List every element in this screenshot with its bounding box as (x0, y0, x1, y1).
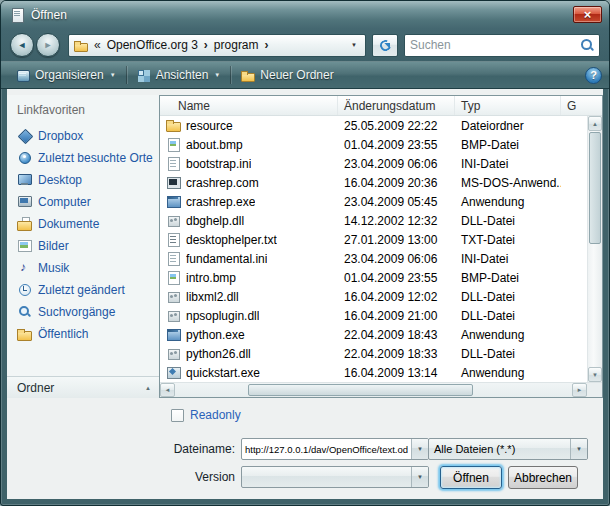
column-header-type[interactable]: Typ (455, 96, 561, 115)
close-button[interactable]: × (573, 6, 602, 23)
cancel-button[interactable]: Abbrechen (508, 466, 578, 489)
file-name: bootstrap.ini (186, 157, 251, 171)
new-folder-button[interactable]: Neuer Ordner (233, 64, 341, 86)
file-type-icon (166, 289, 181, 304)
vertical-scrollbar[interactable]: ▲ ▼ (587, 116, 602, 382)
breadcrumb-item[interactable]: OpenOffice.org 3 (104, 38, 201, 52)
file-row[interactable]: libxml2.dll 16.04.2009 12:02 DLL-Datei (160, 287, 587, 306)
scroll-up-button[interactable]: ▲ (588, 116, 602, 131)
breadcrumb-separator-icon[interactable]: › (201, 38, 211, 52)
sidebar-item-label: Musik (38, 261, 69, 275)
filename-dropdown-button[interactable]: ▼ (411, 439, 428, 459)
readonly-checkbox[interactable] (171, 409, 184, 422)
organize-button[interactable]: Organisieren ▼ (8, 64, 124, 86)
file-row[interactable]: quickstart.exe 16.04.2009 13:14 Anwendun… (160, 363, 587, 382)
sidebar-item-dropbox[interactable]: Dropbox (7, 125, 159, 146)
sidebar-item-label: Computer (38, 195, 91, 209)
sidebar-item-pictures[interactable]: Bilder (7, 235, 159, 256)
file-row[interactable]: python26.dll 22.04.2009 18:33 DLL-Datei (160, 344, 587, 363)
file-name-cell: npsoplugin.dll (160, 308, 338, 323)
file-date: 14.12.2002 12:32 (338, 214, 455, 228)
filetype-dropdown-button[interactable]: ▼ (570, 439, 587, 459)
filename-combobox[interactable]: ▼ (241, 438, 429, 460)
file-type: Anwendung (455, 366, 561, 380)
file-type-icon (166, 346, 181, 361)
file-type-icon (166, 270, 181, 285)
sidebar-item-public[interactable]: Öffentlich (7, 323, 159, 344)
recently-changed-icon (17, 282, 32, 297)
breadcrumb-separator-icon[interactable]: › (262, 38, 272, 52)
readonly-option[interactable]: Readonly (171, 408, 241, 422)
breadcrumb-overflow[interactable]: « (94, 38, 101, 52)
sidebar-item-documents[interactable]: Dokumente (7, 213, 159, 234)
sidebar-item-desktop[interactable]: Desktop (7, 169, 159, 190)
file-row[interactable]: python.exe 22.04.2009 18:43 Anwendung (160, 325, 587, 344)
sidebar-item-recently-changed[interactable]: Zuletzt geändert (7, 279, 159, 300)
scroll-left-button[interactable]: ◄ (160, 383, 175, 397)
views-button[interactable]: Ansichten ▼ (129, 64, 229, 86)
file-name: fundamental.ini (186, 252, 267, 266)
refresh-button[interactable] (372, 34, 398, 57)
breadcrumb[interactable]: « OpenOffice.org 3 › program › ▼ (68, 34, 366, 57)
file-list: Name Änderungsdatum Typ G resource 25.05… (159, 95, 603, 398)
organize-label: Organisieren (35, 68, 104, 82)
breadcrumb-item[interactable]: program (211, 38, 262, 52)
file-type: INI-Datei (455, 157, 561, 171)
column-header-size[interactable]: G (561, 96, 602, 115)
file-date: 16.04.2009 21:00 (338, 309, 455, 323)
open-file-dialog: Öffnen × ◄ ► « OpenOffice.org 3 › progra… (0, 0, 610, 506)
file-row[interactable]: crashrep.exe 23.04.2009 05:45 Anwendung (160, 192, 587, 211)
filetype-select[interactable]: Alle Dateien (*.*) ▼ (428, 438, 588, 460)
file-row[interactable]: about.bmp 01.04.2009 23:55 BMP-Datei (160, 135, 587, 154)
file-row[interactable]: fundamental.ini 23.04.2009 06:06 INI-Dat… (160, 249, 587, 268)
readonly-label[interactable]: Readonly (190, 408, 241, 422)
file-name: crashrep.com (186, 176, 259, 190)
sidebar-item-searches[interactable]: Suchvorgänge (7, 301, 159, 322)
sidebar-item-music[interactable]: Musik (7, 257, 159, 278)
version-select[interactable]: ▼ (241, 466, 429, 488)
file-type-icon (166, 213, 181, 228)
horizontal-scroll-thumb[interactable] (248, 384, 473, 396)
file-row[interactable]: intro.bmp 01.04.2009 23:55 BMP-Datei (160, 268, 587, 287)
file-date: 27.01.2009 13:00 (338, 233, 455, 247)
file-type: DLL-Datei (455, 309, 561, 323)
file-row[interactable]: npsoplugin.dll 16.04.2009 21:00 DLL-Date… (160, 306, 587, 325)
horizontal-scrollbar[interactable]: ◄ ► (160, 382, 587, 397)
search-box[interactable] (404, 34, 600, 57)
file-name: desktophelper.txt (186, 233, 277, 247)
file-row[interactable]: dbghelp.dll 14.12.2002 12:32 DLL-Datei (160, 211, 587, 230)
version-dropdown-button[interactable]: ▼ (411, 467, 428, 487)
back-button[interactable]: ◄ (10, 33, 34, 57)
sidebar-item-recent-places[interactable]: Zuletzt besuchte Orte (7, 147, 159, 168)
file-date: 01.04.2009 23:55 (338, 271, 455, 285)
open-button[interactable]: Öffnen (440, 466, 502, 489)
help-button[interactable]: ? (585, 67, 602, 84)
file-name: libxml2.dll (186, 290, 239, 304)
scroll-down-button[interactable]: ▼ (588, 367, 602, 382)
file-rows: resource 25.05.2009 22:22 Dateiordner ab… (160, 116, 587, 382)
search-input[interactable] (410, 38, 580, 52)
music-icon (17, 260, 32, 275)
toolbar-separator (126, 66, 127, 84)
file-row[interactable]: resource 25.05.2009 22:22 Dateiordner (160, 116, 587, 135)
column-header-name[interactable]: Name (160, 96, 338, 115)
vertical-scroll-thumb[interactable] (589, 132, 601, 244)
file-row[interactable]: desktophelper.txt 27.01.2009 13:00 TXT-D… (160, 230, 587, 249)
folders-pane-toggle[interactable]: Ordner ▲ (7, 376, 159, 398)
toolbar-separator (230, 66, 231, 84)
file-row[interactable]: crashrep.com 16.04.2009 20:36 MS-DOS-Anw… (160, 173, 587, 192)
column-header-date[interactable]: Änderungsdatum (338, 96, 455, 115)
breadcrumb-dropdown-icon[interactable]: ▼ (348, 42, 360, 48)
scroll-right-button[interactable]: ► (572, 383, 587, 397)
left-arrow-icon: ◄ (165, 387, 171, 393)
file-type: DLL-Datei (455, 347, 561, 361)
titlebar[interactable]: Öffnen × (1, 1, 609, 29)
window-title: Öffnen (31, 8, 67, 22)
sidebar-item-computer[interactable]: Computer (7, 191, 159, 212)
filename-input[interactable] (242, 439, 411, 459)
new-folder-label: Neuer Ordner (260, 68, 333, 82)
file-date: 23.04.2009 06:06 (338, 157, 455, 171)
forward-button[interactable]: ► (36, 33, 60, 57)
file-row[interactable]: bootstrap.ini 23.04.2009 06:06 INI-Datei (160, 154, 587, 173)
desktop-icon (17, 172, 32, 187)
